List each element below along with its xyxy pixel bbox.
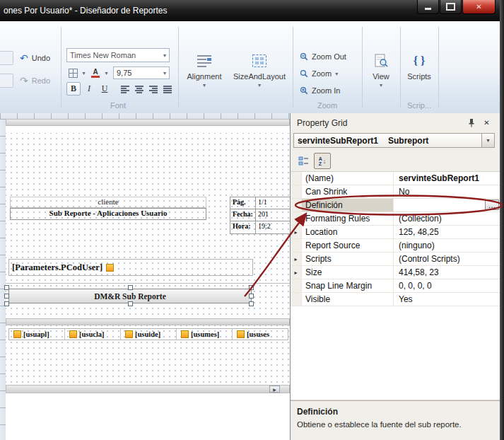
detail-field-cell[interactable]: [usumes]: [177, 329, 233, 340]
scripts-button[interactable]: { } Scripts: [403, 47, 435, 108]
panel-close-icon[interactable]: ✕: [481, 117, 493, 128]
font-name-combo[interactable]: Times New Roman ▾: [66, 48, 170, 62]
prop-expand-icon[interactable]: [291, 293, 302, 306]
ellipsis-button[interactable]: …: [485, 199, 499, 210]
minimize-button[interactable]: [417, 0, 439, 14]
prop-name: Can Shrink: [302, 185, 394, 198]
object-selector-combo[interactable]: servinteSubReport1 Subreport ▾: [293, 133, 495, 148]
property-row[interactable]: Can Shrink No: [291, 185, 500, 199]
band-separator[interactable]: [6, 119, 290, 126]
clipped-ribbon-button[interactable]: [0, 74, 13, 88]
view-button[interactable]: View ▾: [365, 47, 397, 108]
object-name: servinteSubReport1: [298, 136, 378, 146]
border-style-dropdown[interactable]: ▾: [80, 66, 88, 79]
prop-name: Snap Line Margin: [302, 279, 394, 292]
prop-value-cell[interactable]: (ninguno): [394, 239, 500, 252]
prop-value-cell[interactable]: 0, 0, 0, 0: [394, 279, 500, 292]
alignment-button[interactable]: Alignment ▾: [182, 47, 226, 108]
band-separator[interactable]: [6, 385, 290, 393]
prop-value-cell[interactable]: 125, 48,25: [394, 226, 500, 238]
prop-expand-icon[interactable]: [291, 279, 302, 292]
band-line: [6, 283, 290, 284]
prop-value-cell[interactable]: 414,58, 23: [394, 266, 500, 279]
description-title: Definición: [297, 407, 493, 417]
info-row[interactable]: Pág. 1/1: [230, 197, 290, 209]
alphabetical-sort-button[interactable]: AZ ↓: [314, 153, 331, 169]
redo-button[interactable]: ↷ Redo: [17, 74, 53, 88]
prop-expand-icon[interactable]: ▸: [291, 266, 302, 279]
align-center-button[interactable]: [133, 82, 146, 95]
titlebar: ones Por Usuario* - Diseñador de Reporte…: [0, 0, 504, 21]
property-row[interactable]: Formatting Rules (Collection): [291, 212, 500, 226]
property-row[interactable]: ▸ Size 414,58, 23: [291, 266, 500, 279]
prop-expand-icon[interactable]: [291, 185, 302, 198]
selection-handle[interactable]: [249, 285, 254, 290]
zoom-in-button[interactable]: Zoom In: [297, 83, 343, 98]
maximize-button[interactable]: [440, 0, 462, 14]
parameter-field-cell[interactable]: [Parameters.PCodUser]: [8, 259, 253, 276]
property-row[interactable]: ▸ Location 125, 48,25: [291, 226, 500, 239]
border-style-button[interactable]: [66, 66, 79, 79]
selection-handle[interactable]: [4, 285, 9, 290]
selection-handle[interactable]: [128, 301, 133, 306]
align-right-button[interactable]: [147, 82, 160, 95]
prop-expand-icon[interactable]: [291, 172, 302, 185]
ribbon-divider: [293, 27, 293, 108]
property-row[interactable]: Report Source (ninguno): [291, 239, 500, 253]
font-size-combo[interactable]: 9,75 ▾: [113, 66, 170, 79]
design-surface[interactable]: cliente Sub Reporte - Aplicaciones Usuar…: [0, 113, 290, 440]
property-row[interactable]: (Name) servinteSubReport1: [291, 172, 500, 185]
prop-expand-icon[interactable]: ▸: [291, 253, 302, 265]
detail-field-cell[interactable]: [ususes: [233, 329, 288, 340]
selection-handle[interactable]: [249, 301, 254, 306]
property-row[interactable]: Visible Yes: [291, 293, 500, 306]
band-separator[interactable]: [6, 318, 290, 325]
selection-handle[interactable]: [128, 285, 133, 290]
font-color-button[interactable]: A: [89, 66, 102, 79]
selection-handle[interactable]: [249, 294, 254, 299]
size-and-layout-button[interactable]: SizeAndLayout ▾: [229, 47, 290, 108]
info-row[interactable]: Hora: 19:2: [230, 221, 290, 233]
selection-handle[interactable]: [4, 301, 9, 306]
report-subtitle-cell[interactable]: Sub Reporte - Aplicaciones Usuario: [10, 208, 206, 220]
italic-label: I: [88, 83, 90, 94]
info-table[interactable]: Pág. 1/1 Fecha: 201 Hora: 19:2: [230, 197, 290, 234]
scripts-label: Scripts: [407, 72, 431, 81]
underline-button[interactable]: U: [98, 82, 112, 95]
prop-value-cell[interactable]: No: [394, 185, 500, 198]
info-label: Fecha:: [230, 209, 256, 221]
report-header-cell[interactable]: cliente: [10, 197, 206, 208]
prop-value-cell[interactable]: servinteSubReport1: [394, 172, 500, 185]
property-row[interactable]: ▸ Scripts (Control Scripts): [291, 253, 500, 266]
detail-field-cell[interactable]: [usucla]: [65, 329, 121, 340]
categorized-button[interactable]: [295, 153, 312, 169]
prop-value-cell[interactable]: (Collection): [394, 212, 500, 225]
pin-icon[interactable]: [465, 117, 477, 128]
prop-expand-icon[interactable]: [291, 239, 302, 252]
clipped-ribbon-button[interactable]: [0, 51, 13, 65]
prop-value-cell[interactable]: Yes: [394, 293, 500, 306]
detail-field-cell[interactable]: [usuide]: [121, 329, 177, 340]
align-justify-button[interactable]: [161, 82, 174, 95]
prop-value-cell[interactable]: (Control Scripts): [394, 253, 500, 265]
zoom-menu-button[interactable]: Zoom ▾: [297, 66, 341, 81]
prop-expand-icon[interactable]: ▸: [291, 226, 302, 238]
scroll-right-button[interactable]: ▶: [269, 386, 280, 393]
property-row[interactable]: Snap Line Margin 0, 0, 0, 0: [291, 279, 500, 293]
align-left-button[interactable]: [119, 82, 131, 95]
undo-button[interactable]: ↶ Undo: [17, 51, 53, 65]
italic-button[interactable]: I: [82, 82, 96, 95]
selection-handle[interactable]: [4, 294, 9, 299]
prop-expand-icon[interactable]: [291, 212, 302, 225]
zoom-out-button[interactable]: Zoom Out: [297, 50, 349, 64]
font-name-value: Times New Roman: [70, 51, 136, 59]
info-row[interactable]: Fecha: 201: [230, 209, 290, 221]
font-color-dropdown[interactable]: ▾: [102, 66, 110, 79]
bold-button[interactable]: B: [66, 82, 81, 95]
close-button[interactable]: ✕: [462, 0, 496, 14]
zoom-in-label: Zoom In: [312, 86, 340, 95]
property-row[interactable]: Definición …: [291, 199, 500, 212]
prop-expand-icon[interactable]: [291, 199, 302, 212]
prop-value-cell[interactable]: …: [394, 199, 500, 212]
detail-field-cell[interactable]: [usuapl]: [9, 329, 65, 340]
